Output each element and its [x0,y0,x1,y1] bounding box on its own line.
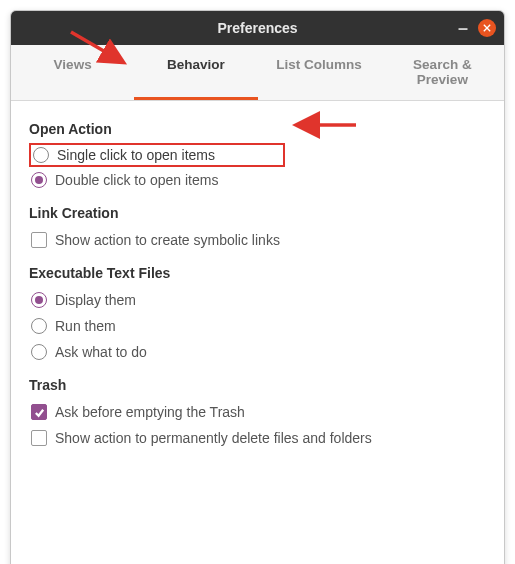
row-ask-empty: Ask before emptying the Trash [29,399,486,425]
radio-run-them[interactable] [31,318,47,334]
highlight-single-click: Single click to open items [29,143,285,167]
tab-behavior[interactable]: Behavior [134,45,257,100]
label-run-them: Run them [55,318,116,334]
row-run-them: Run them [29,313,486,339]
section-exec-files: Executable Text Files [29,265,486,281]
section-link-creation: Link Creation [29,205,486,221]
label-symbolic-links: Show action to create symbolic links [55,232,280,248]
radio-ask-what[interactable] [31,344,47,360]
window-controls: – [458,11,496,45]
tab-bar: Views Behavior List Columns Search & Pre… [11,45,504,101]
close-icon [483,24,491,32]
label-perm-delete: Show action to permanently delete files … [55,430,372,446]
label-single-click: Single click to open items [57,147,215,163]
section-open-action: Open Action [29,121,486,137]
minimize-button[interactable]: – [458,19,468,37]
tab-list-columns[interactable]: List Columns [258,45,381,100]
label-ask-what: Ask what to do [55,344,147,360]
label-display-them: Display them [55,292,136,308]
titlebar: Preferences – [11,11,504,45]
checkbox-symbolic-links[interactable] [31,232,47,248]
row-symbolic-links: Show action to create symbolic links [29,227,486,253]
content-area: Open Action Single click to open items D… [11,101,504,564]
checkbox-perm-delete[interactable] [31,430,47,446]
radio-display-them[interactable] [31,292,47,308]
row-double-click: Double click to open items [29,167,486,193]
close-button[interactable] [478,19,496,37]
section-trash: Trash [29,377,486,393]
window-title: Preferences [217,20,297,36]
check-icon [34,407,45,418]
radio-double-click[interactable] [31,172,47,188]
row-display-them: Display them [29,287,486,313]
tab-views[interactable]: Views [11,45,134,100]
row-ask-what: Ask what to do [29,339,486,365]
label-ask-empty: Ask before emptying the Trash [55,404,245,420]
preferences-window: Preferences – Views Behavior List Column… [10,10,505,564]
tab-search-preview[interactable]: Search & Preview [381,45,504,100]
row-perm-delete: Show action to permanently delete files … [29,425,486,451]
label-double-click: Double click to open items [55,172,218,188]
checkbox-ask-empty[interactable] [31,404,47,420]
radio-single-click[interactable] [33,147,49,163]
